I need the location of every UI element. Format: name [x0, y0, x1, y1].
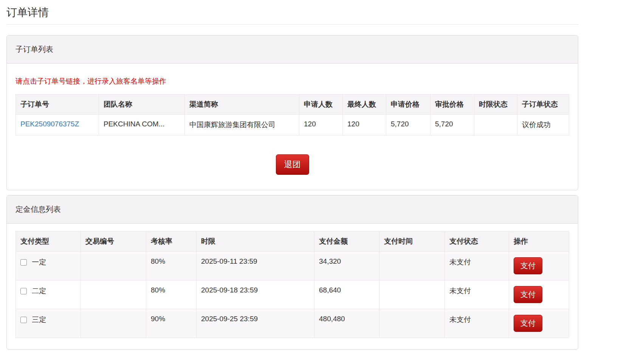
sub-order-notice: 请点击子订单号链接，进行录入旅客名单等操作 — [15, 76, 569, 86]
cell-action: 支付 — [509, 252, 569, 280]
col-final-count: 最终人数 — [343, 95, 386, 115]
deposit-panel: 定金信息列表 支付类型 交易编号 考核率 时限 支付金额 支付时间 — [6, 195, 578, 350]
col-rate: 考核率 — [146, 232, 197, 252]
cell-pay-status: 未支付 — [445, 309, 509, 338]
cell-channel-name: 中国康辉旅游集团有限公司 — [185, 115, 299, 135]
cell-time-limit-status — [474, 115, 517, 135]
sub-order-panel-body: 请点击子订单号链接，进行录入旅客名单等操作 子订单号 团队名称 渠道简称 申请人… — [7, 64, 578, 190]
sub-order-link[interactable]: PEK2509076375Z — [20, 120, 79, 128]
deposit-1-checkbox[interactable] — [20, 259, 27, 266]
cell-rate: 80% — [146, 252, 197, 280]
pay-type-label: 一定 — [32, 258, 46, 266]
cell-pay-type: 三定 — [16, 309, 81, 338]
cell-pay-time — [379, 309, 445, 338]
col-pay-time: 支付时间 — [379, 232, 445, 252]
cell-deadline: 2025-09-11 23:59 — [197, 252, 314, 280]
deposit-row-3: 三定 90% 2025-09-25 23:59 480,480 未支付 支付 — [16, 309, 569, 338]
sub-order-panel: 子订单列表 请点击子订单号链接，进行录入旅客名单等操作 子订单号 团队名称 渠道… — [6, 35, 578, 190]
cell-pay-time — [379, 280, 445, 309]
cell-sub-order-no: PEK2509076375Z — [16, 115, 99, 135]
cell-amount: 68,640 — [314, 280, 379, 309]
cell-transaction-no — [81, 252, 146, 280]
deposit-row-2: 二定 80% 2025-09-18 23:59 68,640 未支付 支付 — [16, 280, 569, 309]
col-amount: 支付金额 — [314, 232, 379, 252]
col-sub-order-status: 子订单状态 — [517, 95, 569, 115]
cell-pay-type: 一定 — [16, 252, 81, 280]
cell-pay-time — [379, 252, 445, 280]
col-transaction-no: 交易编号 — [81, 232, 146, 252]
deposit-header-row: 支付类型 交易编号 考核率 时限 支付金额 支付时间 支付状态 操作 — [16, 232, 569, 252]
cell-pay-status: 未支付 — [445, 280, 509, 309]
cell-applied-price: 5,720 — [386, 115, 430, 135]
cell-action: 支付 — [509, 309, 569, 338]
col-deadline: 时限 — [197, 232, 314, 252]
deposit-table: 支付类型 交易编号 考核率 时限 支付金额 支付时间 支付状态 操作 — [15, 231, 569, 338]
cell-deadline: 2025-09-25 23:59 — [197, 309, 314, 338]
col-action: 操作 — [509, 232, 569, 252]
cell-pay-type: 二定 — [16, 280, 81, 309]
deposit-panel-body: 支付类型 交易编号 考核率 时限 支付金额 支付时间 支付状态 操作 — [7, 224, 578, 349]
col-pay-status: 支付状态 — [445, 232, 509, 252]
col-channel-name: 渠道简称 — [185, 95, 299, 115]
deposit-row-1: 一定 80% 2025-09-11 23:59 34,320 未支付 支付 — [16, 252, 569, 280]
pay-type-label: 三定 — [32, 316, 46, 323]
pay-button-3[interactable]: 支付 — [514, 315, 542, 332]
cell-amount: 480,480 — [314, 309, 379, 338]
deposit-3-checkbox[interactable] — [20, 317, 27, 323]
sub-order-table: 子订单号 团队名称 渠道简称 申请人数 最终人数 申请价格 审批价格 时限状态 … — [15, 94, 569, 135]
cell-transaction-no — [81, 280, 146, 309]
col-applied-count: 申请人数 — [299, 95, 343, 115]
sub-order-header-row: 子订单号 团队名称 渠道简称 申请人数 最终人数 申请价格 审批价格 时限状态 … — [16, 95, 569, 115]
col-approved-price: 审批价格 — [430, 95, 474, 115]
deposit-panel-title: 定金信息列表 — [7, 196, 578, 224]
col-sub-order-no: 子订单号 — [16, 95, 99, 115]
cell-sub-order-status: 议价成功 — [517, 115, 569, 135]
order-detail-page: 订单详情 子订单列表 请点击子订单号链接，进行录入旅客名单等操作 子订单号 团队… — [0, 0, 578, 350]
title-divider — [6, 24, 578, 25]
cell-transaction-no — [81, 309, 146, 338]
cell-final-count: 120 — [343, 115, 386, 135]
page-title: 订单详情 — [6, 5, 578, 20]
cell-pay-status: 未支付 — [445, 252, 509, 280]
pay-button-2[interactable]: 支付 — [514, 286, 542, 303]
cell-action: 支付 — [509, 280, 569, 309]
cell-deadline: 2025-09-18 23:59 — [197, 280, 314, 309]
cell-amount: 34,320 — [314, 252, 379, 280]
cell-rate: 80% — [146, 280, 197, 309]
deposit-2-checkbox[interactable] — [20, 288, 27, 294]
withdraw-group-button[interactable]: 退团 — [276, 154, 309, 175]
col-pay-type: 支付类型 — [16, 232, 81, 252]
sub-order-panel-title: 子订单列表 — [7, 36, 578, 64]
cell-approved-price: 5,720 — [430, 115, 474, 135]
col-team-name: 团队名称 — [99, 95, 185, 115]
col-applied-price: 申请价格 — [386, 95, 430, 115]
cell-applied-count: 120 — [299, 115, 343, 135]
sub-order-row: PEK2509076375Z PEKCHINA COM... 中国康辉旅游集团有… — [16, 115, 569, 135]
pay-button-1[interactable]: 支付 — [514, 257, 542, 274]
pay-type-label: 二定 — [32, 287, 46, 295]
cell-rate: 90% — [146, 309, 197, 338]
cell-team-name: PEKCHINA COM... — [99, 115, 185, 135]
col-time-limit-status: 时限状态 — [474, 95, 517, 115]
